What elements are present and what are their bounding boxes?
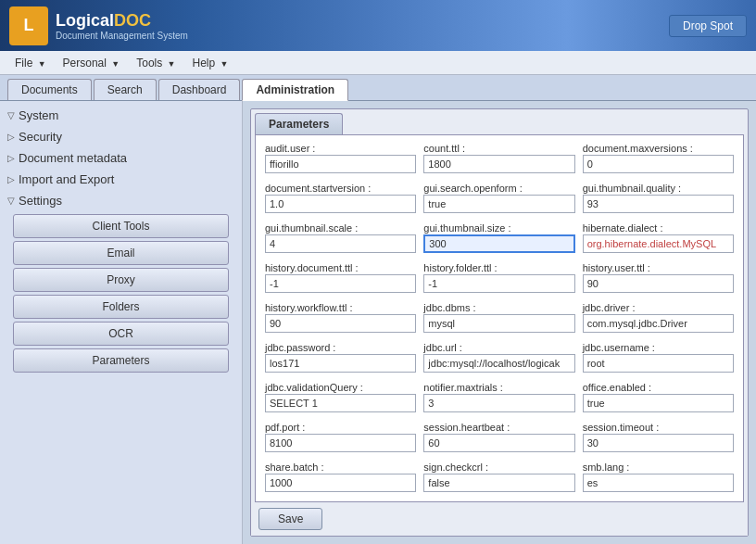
sidebar-section-security-label: Security	[19, 130, 62, 144]
param-cell-17: jdbc.username :	[579, 340, 737, 374]
tab-administration[interactable]: Administration	[242, 79, 348, 101]
sidebar-section-document-metadata[interactable]: ▷ Document metadata	[0, 147, 242, 169]
docmeta-arrow-icon: ▷	[7, 153, 15, 163]
sidebar-section-settings[interactable]: ▽ Settings	[0, 190, 242, 211]
panel-footer: Save	[251, 502, 748, 536]
sidebar-btn-parameters[interactable]: Parameters	[13, 348, 229, 373]
system-arrow-icon: ▽	[7, 110, 15, 120]
panel-content[interactable]: audit.user :count.ttl :document.maxversi…	[255, 134, 744, 502]
param-label-7: gui.thumbnail.size :	[423, 222, 574, 234]
param-input-22[interactable]	[423, 434, 574, 452]
parameters-panel: Parameters audit.user :count.ttl :docume…	[250, 108, 749, 537]
settings-arrow-icon: ▽	[7, 196, 15, 206]
param-input-1[interactable]	[423, 155, 574, 173]
importexport-arrow-icon: ▷	[7, 174, 15, 184]
sidebar-btn-email[interactable]: Email	[13, 241, 229, 265]
param-input-24[interactable]	[265, 474, 416, 492]
param-input-10[interactable]	[423, 274, 574, 293]
param-cell-14: jdbc.driver :	[579, 300, 737, 335]
sidebar-btn-client-tools[interactable]: Client Tools	[13, 214, 229, 238]
param-cell-11: history.user.ttl :	[579, 260, 737, 295]
param-label-11: history.user.ttl :	[583, 262, 734, 273]
param-label-2: document.maxversions :	[583, 143, 734, 154]
param-input-23[interactable]	[583, 434, 734, 452]
tab-documents[interactable]: Documents	[7, 79, 92, 100]
param-input-12[interactable]	[265, 314, 416, 333]
sidebar-btn-proxy[interactable]: Proxy	[13, 268, 229, 292]
param-label-9: history.document.ttl :	[265, 262, 416, 273]
sidebar-section-system[interactable]: ▽ System	[0, 105, 242, 126]
menu-file[interactable]: File ▼	[7, 55, 54, 71]
param-cell-2: document.maxversions :	[579, 141, 737, 175]
param-cell-5: gui.thumbnail.quality :	[579, 181, 737, 215]
param-cell-25: sign.checkcrl :	[420, 460, 578, 494]
sidebar-btn-folders[interactable]: Folders	[13, 295, 229, 319]
param-label-0: audit.user :	[265, 143, 416, 154]
tabs: Documents Search Dashboard Administratio…	[0, 75, 756, 101]
param-input-16[interactable]	[423, 354, 574, 373]
logo-brand: LogicalDOC	[56, 11, 188, 31]
param-input-0[interactable]	[265, 155, 416, 173]
menu-tools[interactable]: Tools ▼	[129, 55, 183, 71]
security-arrow-icon: ▷	[7, 132, 15, 142]
sidebar-section-system-label: System	[19, 108, 58, 122]
param-input-6[interactable]	[265, 234, 416, 253]
main-layout: ▽ System ▷ Security ▷ Document metadata …	[0, 101, 756, 544]
param-input-8[interactable]	[583, 234, 734, 253]
param-label-10: history.folder.ttl :	[423, 262, 574, 273]
param-input-19[interactable]	[423, 394, 574, 412]
param-input-18[interactable]	[265, 394, 416, 412]
file-arrow: ▼	[38, 59, 46, 69]
menu-help[interactable]: Help ▼	[185, 55, 236, 71]
param-label-4: gui.search.openform :	[423, 183, 574, 194]
param-input-20[interactable]	[583, 394, 734, 412]
param-label-21: pdf.port :	[265, 422, 416, 433]
param-input-14[interactable]	[583, 314, 734, 333]
tab-dashboard[interactable]: Dashboard	[158, 79, 241, 100]
menu-personal[interactable]: Personal ▼	[56, 55, 128, 71]
param-cell-8: hibernate.dialect :	[579, 221, 737, 255]
sidebar-btn-ocr[interactable]: OCR	[13, 322, 229, 346]
sidebar-section-import-export[interactable]: ▷ Import and Export	[0, 169, 242, 190]
logo-text-area: LogicalDOC Document Management System	[56, 11, 188, 41]
param-input-26[interactable]	[583, 474, 734, 492]
param-cell-4: gui.search.openform :	[420, 181, 578, 215]
param-cell-16: jdbc.url :	[420, 340, 578, 374]
tools-arrow: ▼	[168, 59, 176, 69]
param-label-1: count.ttl :	[423, 143, 574, 154]
param-input-4[interactable]	[423, 195, 574, 213]
param-label-3: document.startversion :	[265, 183, 416, 194]
param-input-7[interactable]	[423, 234, 574, 253]
drop-spot-button[interactable]: Drop Spot	[669, 15, 747, 37]
param-input-15[interactable]	[265, 354, 416, 373]
param-cell-20: office.enabled :	[579, 380, 737, 414]
param-cell-18: jdbc.validationQuery :	[261, 380, 420, 414]
param-label-14: jdbc.driver :	[583, 302, 734, 313]
param-label-6: gui.thumbnail.scale :	[265, 222, 416, 234]
param-input-13[interactable]	[423, 314, 574, 333]
param-cell-9: history.document.ttl :	[261, 260, 420, 295]
sidebar-section-docmeta-label: Document metadata	[19, 151, 127, 165]
param-cell-6: gui.thumbnail.scale :	[261, 221, 420, 255]
param-label-20: office.enabled :	[583, 382, 734, 393]
param-input-9[interactable]	[265, 274, 416, 293]
save-button[interactable]: Save	[258, 508, 322, 530]
param-label-13: jdbc.dbms :	[423, 302, 574, 313]
param-input-3[interactable]	[265, 195, 416, 213]
param-input-2[interactable]	[583, 155, 734, 173]
param-input-25[interactable]	[423, 474, 574, 492]
param-cell-21: pdf.port :	[261, 420, 420, 454]
param-cell-24: share.batch :	[261, 460, 420, 494]
tab-search[interactable]: Search	[94, 79, 157, 100]
param-input-11[interactable]	[583, 274, 734, 293]
param-input-5[interactable]	[583, 195, 734, 213]
help-arrow: ▼	[220, 59, 229, 69]
panel-tab-parameters[interactable]: Parameters	[255, 113, 343, 134]
param-label-25: sign.checkcrl :	[423, 462, 574, 473]
sidebar-section-security[interactable]: ▷ Security	[0, 126, 242, 147]
sidebar: ▽ System ▷ Security ▷ Document metadata …	[0, 101, 243, 544]
param-label-18: jdbc.validationQuery :	[265, 382, 416, 393]
logo-subtitle: Document Management System	[56, 31, 188, 41]
param-input-21[interactable]	[265, 434, 416, 452]
param-input-17[interactable]	[583, 354, 734, 373]
